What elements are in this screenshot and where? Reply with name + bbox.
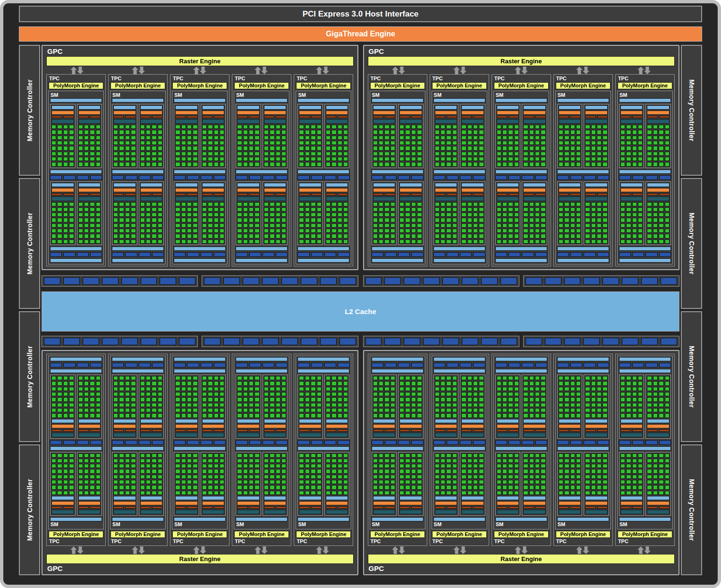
cuda-core [379, 459, 383, 463]
cuda-core [237, 152, 242, 156]
cuda-core-grid [113, 453, 136, 495]
cuda-core [208, 146, 212, 150]
cuda-core [78, 387, 83, 391]
cuda-core [399, 152, 404, 156]
load-store-unit [522, 175, 534, 180]
processing-block-pair [297, 452, 349, 516]
cuda-core [158, 146, 162, 150]
cuda-core [390, 459, 395, 463]
cuda-core [417, 234, 422, 238]
cuda-core [467, 152, 472, 156]
cuda-core [208, 223, 212, 228]
instruction-buffer-bar [51, 183, 74, 187]
cuda-core [473, 403, 478, 407]
cuda-core [113, 408, 118, 412]
cuda-core [299, 485, 304, 489]
cuda-core [390, 376, 395, 380]
cuda-core [119, 207, 124, 212]
cuda-core [125, 392, 130, 396]
cuda-core-grid [78, 202, 101, 244]
register-file-bar [559, 196, 581, 201]
memory-controller-label: Memory Controller [26, 213, 34, 274]
processing-block [433, 104, 459, 168]
cuda-core [125, 136, 130, 140]
dispatch-unit-bar [51, 429, 62, 432]
cuda-core [591, 480, 596, 484]
cuda-core [152, 152, 156, 156]
cuda-core [193, 136, 197, 140]
cuda-core [281, 413, 286, 418]
cuda-core [113, 223, 118, 228]
cuda-core [51, 376, 56, 380]
cuda-core [405, 141, 410, 145]
cuda-core [529, 130, 534, 134]
cuda-core [181, 141, 186, 145]
l2-slice [583, 277, 600, 285]
register-file-bar [373, 510, 396, 514]
cuda-core [187, 491, 192, 495]
cuda-core [311, 239, 315, 244]
cuda-core [326, 239, 331, 244]
cuda-core [281, 469, 286, 473]
processing-block-pair [50, 181, 102, 246]
l2-slice-row-top [42, 275, 679, 287]
cuda-core [638, 480, 643, 484]
register-file-bar [620, 119, 643, 124]
cuda-core [305, 234, 310, 238]
cuda-core [446, 464, 451, 468]
instruction-buffer-bar [78, 183, 101, 187]
cuda-core [69, 413, 74, 418]
cuda-core [208, 387, 212, 391]
cuda-core [187, 157, 192, 161]
cuda-core [570, 146, 575, 150]
cuda-core [113, 234, 118, 238]
tpc-label: TPC [617, 76, 673, 82]
instruction-buffer-bar [202, 183, 225, 187]
instruction-buffer-bar [264, 183, 287, 187]
cuda-core [299, 202, 304, 206]
cuda-core [585, 234, 590, 238]
cuda-core [417, 387, 422, 391]
cuda-core [384, 146, 389, 150]
dispatch-unit-bar [237, 193, 247, 196]
cuda-core [602, 218, 607, 222]
tpc-label: TPC [296, 76, 351, 82]
load-store-unit [632, 440, 644, 445]
cuda-core [326, 408, 331, 412]
cuda-core [653, 218, 658, 222]
load-store-unit [535, 175, 547, 180]
cuda-core [461, 464, 466, 468]
shared-memory-bar [50, 369, 102, 373]
cuda-core [473, 397, 478, 401]
cuda-core-grid [175, 202, 198, 244]
cuda-core [311, 234, 315, 238]
l2-slice-group [363, 275, 519, 287]
cuda-core [152, 381, 156, 385]
cuda-core [146, 202, 151, 206]
cuda-core [467, 464, 472, 468]
cuda-core [63, 146, 68, 150]
cuda-core [326, 397, 331, 401]
raster-engine-bar: Raster Engine [46, 56, 354, 66]
cuda-core [497, 403, 501, 407]
cuda-core [202, 408, 207, 412]
cuda-core [559, 223, 563, 228]
up-down-arrow-icon [453, 67, 467, 74]
cuda-core [523, 397, 528, 401]
l2-slice [500, 338, 517, 345]
warp-scheduler-bar [51, 188, 74, 192]
cuda-core [570, 408, 575, 412]
cuda-core [343, 229, 348, 233]
cuda-core [90, 136, 94, 140]
processing-block [398, 104, 424, 168]
cuda-core [51, 459, 56, 463]
cuda-core [113, 218, 118, 222]
cuda-core [461, 381, 466, 385]
cuda-core [51, 397, 56, 401]
cuda-core [146, 408, 151, 412]
dispatch-units-row [620, 506, 643, 509]
cuda-core [181, 130, 186, 134]
cuda-core [220, 157, 224, 161]
cuda-core [647, 207, 652, 212]
instruction-buffer-bar [326, 496, 348, 500]
